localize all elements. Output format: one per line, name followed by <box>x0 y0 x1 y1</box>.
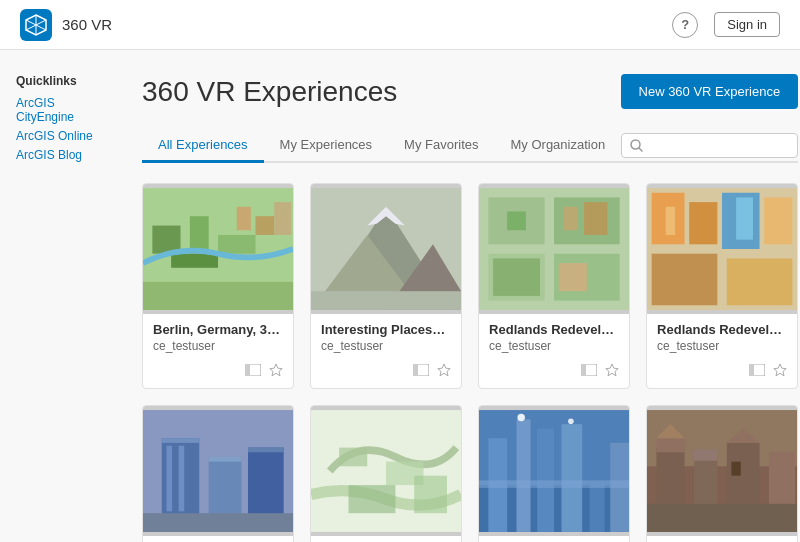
card-footer <box>143 363 293 388</box>
card-body: Redlands Redevelopment ... ce_testuser <box>479 314 629 363</box>
card-title: Redlands Redevelopment ... <box>489 322 619 337</box>
card-footer <box>311 363 461 388</box>
svg-marker-36 <box>606 364 618 376</box>
card-view-button[interactable] <box>413 364 429 379</box>
svg-rect-53 <box>162 438 200 443</box>
card-item[interactable]: Gebietsentwicklung_Man... ce_testuser <box>142 405 294 542</box>
card-body: 360VR Example Skybridge... ce_testuser <box>479 536 629 542</box>
card-author: ce_testuser <box>489 339 619 353</box>
card-title: Redlands Redevelopment <box>657 322 787 337</box>
card-thumbnail <box>311 184 461 314</box>
svg-rect-51 <box>209 457 242 523</box>
card-item[interactable]: Redlands Redevelopment ce_testuser <box>646 183 798 389</box>
svg-rect-22 <box>413 364 418 376</box>
sidebar-link-online[interactable]: ArcGIS Online <box>16 129 94 143</box>
svg-rect-57 <box>166 446 172 512</box>
svg-rect-31 <box>584 202 607 235</box>
card-view-button[interactable] <box>749 364 765 379</box>
svg-rect-66 <box>349 485 396 513</box>
header-left: 360 VR <box>20 9 112 41</box>
svg-rect-94 <box>732 462 741 476</box>
card-footer <box>647 363 797 388</box>
experiences-grid: Berlin, Germany, 360 VR E... ce_testuser <box>142 183 798 542</box>
svg-rect-67 <box>414 476 447 514</box>
card-favorite-button[interactable] <box>437 363 451 380</box>
svg-rect-43 <box>727 258 793 305</box>
card-thumbnail <box>647 406 797 536</box>
card-body: Winterthur_Lokstadt_v1 c... ce_testuser <box>311 536 461 542</box>
svg-rect-54 <box>209 457 242 462</box>
tab-my-organization[interactable]: My Organization <box>495 129 622 163</box>
svg-rect-45 <box>736 197 753 239</box>
card-item[interactable]: Winterthur_Lokstadt_v1 c... ce_testuser <box>310 405 462 542</box>
card-item[interactable]: Berlin, Germany, 360 VR E... ce_testuser <box>142 183 294 389</box>
svg-rect-20 <box>311 291 461 310</box>
svg-rect-52 <box>248 448 284 523</box>
card-author: ce_testuser <box>657 339 787 353</box>
help-button[interactable]: ? <box>672 12 698 38</box>
svg-rect-35 <box>581 364 586 376</box>
sidebar-link-cityengine[interactable]: ArcGIS CityEngine <box>16 96 94 124</box>
card-thumbnail <box>143 184 293 314</box>
card-view-button[interactable] <box>245 364 261 379</box>
svg-rect-76 <box>562 424 583 532</box>
app-title: 360 VR <box>62 16 112 33</box>
card-view-button[interactable] <box>581 364 597 379</box>
tabs-search-area <box>621 133 798 158</box>
svg-rect-7 <box>171 254 218 268</box>
card-item[interactable]: 360VR Example Skybridge... ce_testuser <box>478 405 630 542</box>
card-author: ce_testuser <box>153 339 283 353</box>
svg-rect-64 <box>339 448 367 467</box>
card-thumbnail <box>143 406 293 536</box>
svg-rect-10 <box>274 202 291 235</box>
svg-rect-39 <box>689 202 717 244</box>
tab-my-favorites[interactable]: My Favorites <box>388 129 494 163</box>
search-input[interactable] <box>649 138 789 153</box>
page-header: 360 VR Experiences New 360 VR Experience <box>142 74 798 109</box>
card-item[interactable]: Redlands Redevelopment ... ce_testuser <box>478 183 630 389</box>
card-favorite-button[interactable] <box>605 363 619 380</box>
svg-rect-91 <box>694 449 717 460</box>
svg-rect-56 <box>143 513 293 532</box>
svg-rect-79 <box>479 480 629 488</box>
svg-rect-30 <box>563 207 577 230</box>
svg-rect-33 <box>559 263 587 291</box>
card-thumbnail <box>479 184 629 314</box>
svg-rect-9 <box>256 216 275 235</box>
search-box <box>621 133 798 158</box>
sign-in-button[interactable]: Sign in <box>714 12 780 37</box>
svg-rect-29 <box>507 211 526 230</box>
svg-point-81 <box>568 418 574 424</box>
card-item[interactable]: Interesting Places_360VR js ce_testuser <box>310 183 462 389</box>
new-experience-button[interactable]: New 360 VR Experience <box>621 74 799 109</box>
tabs-bar: All Experiences My Experiences My Favori… <box>142 129 798 163</box>
sidebar-quicklinks-title: Quicklinks <box>16 74 94 88</box>
card-thumbnail <box>479 406 629 536</box>
tab-all-experiences[interactable]: All Experiences <box>142 129 264 163</box>
header-right: ? Sign in <box>672 12 780 38</box>
card-item[interactable]: Medieval_City_VR ce_testuser <box>646 405 798 542</box>
card-author: ce_testuser <box>321 339 451 353</box>
card-favorite-button[interactable] <box>773 363 787 380</box>
header: 360 VR ? Sign in <box>0 0 800 50</box>
svg-rect-6 <box>218 235 256 254</box>
svg-rect-44 <box>666 207 675 235</box>
svg-point-80 <box>518 414 526 422</box>
card-body: Interesting Places_360VR js ce_testuser <box>311 314 461 363</box>
card-title: Berlin, Germany, 360 VR E... <box>153 322 283 337</box>
svg-marker-23 <box>438 364 450 376</box>
card-body: Gebietsentwicklung_Man... ce_testuser <box>143 536 293 542</box>
card-footer <box>479 363 629 388</box>
svg-rect-55 <box>248 448 284 453</box>
svg-rect-13 <box>245 364 250 376</box>
sidebar: Quicklinks ArcGIS CityEngine ArcGIS Onli… <box>0 50 110 542</box>
search-icon <box>630 139 643 152</box>
card-favorite-button[interactable] <box>269 363 283 380</box>
card-thumbnail <box>647 184 797 314</box>
sidebar-link-blog[interactable]: ArcGIS Blog <box>16 148 94 162</box>
tab-my-experiences[interactable]: My Experiences <box>264 129 388 163</box>
svg-rect-8 <box>237 207 251 230</box>
svg-rect-11 <box>143 282 293 310</box>
layout: Quicklinks ArcGIS CityEngine ArcGIS Onli… <box>0 50 800 542</box>
svg-marker-14 <box>270 364 282 376</box>
